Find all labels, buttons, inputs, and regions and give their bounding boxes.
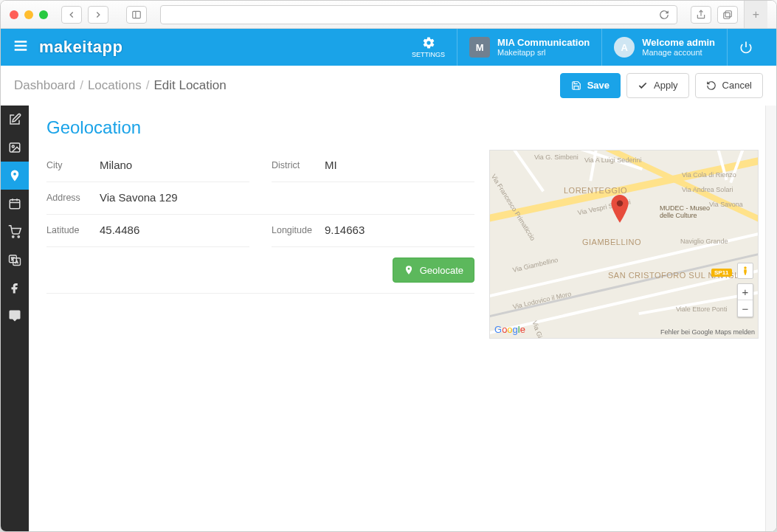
sidebar-toggle-button[interactable] (126, 6, 147, 24)
comment-icon (8, 309, 21, 322)
language-icon (8, 253, 21, 266)
svg-rect-11 (10, 200, 20, 209)
window-minimize-dot[interactable] (24, 10, 33, 19)
map-zoom-out[interactable]: − (738, 300, 753, 317)
org-name: MIA Communication (497, 37, 590, 49)
settings-link[interactable]: SETTINGS (400, 29, 457, 66)
user-block[interactable]: A Welcome admin Manage account (601, 29, 727, 66)
nav-image[interactable] (1, 134, 29, 162)
svg-point-15 (13, 236, 14, 238)
crumb-current: Edit Location (153, 78, 226, 93)
org-sub: Makeitapp srl (497, 48, 590, 58)
nav-location[interactable] (1, 162, 29, 190)
reload-icon (659, 10, 669, 20)
field-longitude[interactable]: Longitude 9.14663 (272, 215, 474, 247)
cancel-button[interactable]: Cancel (695, 73, 763, 98)
org-avatar: M (469, 37, 490, 58)
share-button[interactable] (691, 6, 711, 24)
field-city[interactable]: City Milano (46, 150, 249, 182)
field-district[interactable]: District MI (272, 150, 474, 182)
check-icon (638, 80, 648, 91)
pegman-icon (740, 266, 750, 276)
content-area: Geolocation City Milano District MI (29, 106, 776, 532)
map-report-link[interactable]: Fehler bei Google Maps melden (660, 328, 755, 336)
user-avatar: A (614, 37, 635, 58)
pencil-square-icon (8, 113, 21, 126)
menu-toggle[interactable] (13, 38, 29, 57)
gear-icon (422, 36, 435, 49)
crumb-locations[interactable]: Locations (88, 78, 142, 93)
image-icon (8, 141, 21, 154)
undo-icon (706, 80, 716, 91)
org-block[interactable]: M MIA Communication Makeitapp srl (457, 29, 601, 66)
svg-point-10 (12, 145, 14, 148)
crumb-dashboard[interactable]: Dashboard (14, 78, 75, 93)
hamburger-icon (13, 38, 29, 54)
browser-titlebar: + (1, 1, 776, 29)
nav-facebook[interactable] (1, 274, 29, 302)
map-pin-icon (610, 195, 629, 223)
map-zoom-in[interactable]: + (738, 284, 753, 300)
svg-point-20 (744, 266, 747, 269)
user-name: Welcome admin (642, 37, 715, 49)
app-header: makeitapp SETTINGS M MIA Communication M… (1, 29, 776, 66)
map-pin-icon (404, 265, 414, 275)
nav-forward-button[interactable] (88, 6, 108, 24)
side-nav (1, 106, 29, 532)
new-tab-button[interactable]: + (744, 1, 767, 28)
save-icon (571, 80, 581, 91)
power-icon (739, 41, 753, 54)
svg-point-16 (18, 236, 19, 238)
logout-button[interactable] (727, 29, 764, 66)
nav-calendar[interactable] (1, 190, 29, 218)
window-close-dot[interactable] (10, 10, 18, 19)
svg-rect-3 (725, 10, 731, 16)
section-title: Geolocation (46, 117, 759, 138)
map-canvas[interactable]: LORENTEGGIO GIAMBELLINO SAN CRISTOFORO S… (489, 150, 759, 339)
geolocate-button[interactable]: Geolocate (393, 258, 474, 283)
save-button[interactable]: Save (560, 73, 621, 98)
address-bar[interactable] (160, 5, 677, 24)
field-latitude[interactable]: Latitude 45.4486 (46, 215, 249, 247)
map-google-logo: Google (494, 324, 525, 335)
settings-label: SETTINGS (412, 51, 445, 58)
cart-icon (8, 225, 21, 238)
facebook-icon (8, 281, 21, 294)
window-zoom-dot[interactable] (39, 10, 48, 19)
nav-back-button[interactable] (61, 6, 82, 24)
nav-edit[interactable] (1, 106, 29, 134)
svg-point-19 (617, 200, 623, 206)
nav-language[interactable] (1, 246, 29, 274)
scrollbar[interactable] (765, 106, 776, 532)
map-zoom-controls: + − (737, 283, 753, 317)
map-area-label: GIAMBELLINO (582, 238, 641, 246)
apply-button[interactable]: Apply (626, 73, 689, 98)
svg-rect-4 (724, 13, 730, 18)
user-sub: Manage account (642, 48, 715, 58)
road-badge: SP11 (711, 269, 732, 277)
app-logo[interactable]: makeitapp (39, 38, 122, 57)
nav-cart[interactable] (1, 218, 29, 246)
map-pin-icon (8, 169, 21, 182)
svg-rect-0 (133, 11, 141, 18)
calendar-icon (8, 197, 21, 210)
breadcrumb: Dashboard / Locations / Edit Location (14, 78, 227, 93)
nav-comment[interactable] (1, 302, 29, 330)
tabs-button[interactable] (717, 6, 738, 24)
map-streetview[interactable] (737, 263, 753, 279)
map-area-label: LORENTEGGIO (564, 186, 627, 195)
toolbar: Dashboard / Locations / Edit Location Sa… (1, 66, 776, 106)
field-address[interactable]: Address Via Savona 129 (46, 182, 474, 215)
map-marker[interactable] (610, 195, 629, 224)
